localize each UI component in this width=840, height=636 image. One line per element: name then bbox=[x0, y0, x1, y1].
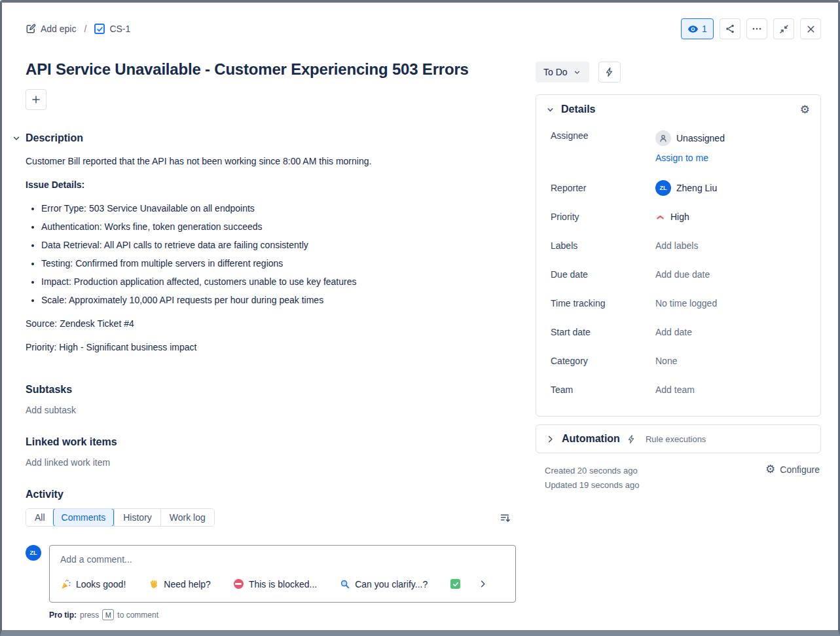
updated-timestamp: Updated 19 seconds ago bbox=[545, 478, 640, 493]
due-date-value[interactable]: Add due date bbox=[655, 269, 710, 280]
linked-items-section: Linked work items Add linked work item bbox=[26, 436, 516, 468]
details-fields: Assignee Unassigned bbox=[536, 122, 820, 416]
description-heading: Description bbox=[26, 132, 83, 144]
quick-reply-label: Can you clarify...? bbox=[355, 579, 428, 589]
add-subtask-field[interactable]: Add subtask bbox=[26, 405, 516, 415]
avatar: ZL bbox=[26, 545, 41, 561]
field-label: Category bbox=[551, 356, 655, 366]
field-category: Category None bbox=[551, 346, 810, 375]
list-item: Impact: Production application affected,… bbox=[41, 275, 516, 288]
status-dropdown[interactable]: To Do bbox=[536, 62, 589, 83]
issue-key-button[interactable]: CS-1 bbox=[94, 24, 130, 34]
rule-executions-label: Rule executions bbox=[646, 434, 706, 444]
field-assignee: Assignee Unassigned bbox=[551, 125, 810, 174]
task-type-icon bbox=[94, 24, 105, 34]
sort-order-button[interactable] bbox=[497, 510, 513, 526]
lightning-icon bbox=[627, 434, 636, 444]
assignee-value[interactable]: Unassigned bbox=[655, 130, 725, 146]
status-label: To Do bbox=[543, 67, 568, 77]
reporter-value[interactable]: ZL Zheng Liu bbox=[655, 180, 717, 196]
chevron-right-icon bbox=[478, 579, 488, 589]
collapse-button[interactable] bbox=[773, 18, 794, 39]
subtasks-heading: Subtasks bbox=[26, 384, 516, 396]
comment-composer: ZL Add a comment... bbox=[26, 545, 516, 603]
pro-tip: Pro tip: press M to comment bbox=[49, 609, 516, 636]
party-popper-icon bbox=[60, 578, 71, 589]
chevron-down-icon bbox=[11, 133, 22, 143]
pro-tip-suffix: to comment bbox=[117, 610, 158, 620]
details-heading: Details bbox=[561, 103, 595, 115]
quick-reply-label: Looks good! bbox=[76, 579, 126, 589]
add-content-button[interactable] bbox=[26, 89, 46, 110]
automation-panel[interactable]: Automation Rule executions bbox=[536, 424, 821, 453]
tab-comments[interactable]: Comments bbox=[53, 508, 115, 527]
tab-history[interactable]: History bbox=[114, 509, 160, 526]
pro-tip-prefix: Pro tip: bbox=[49, 610, 77, 620]
close-button[interactable] bbox=[800, 18, 821, 39]
team-value[interactable]: Add team bbox=[655, 384, 695, 395]
share-button[interactable] bbox=[720, 18, 740, 39]
gear-icon: ⚙ bbox=[765, 464, 775, 475]
activity-section: Activity All Comments History Work log bbox=[26, 489, 516, 636]
quick-reply-clarify[interactable]: Can you clarify...? bbox=[339, 578, 428, 589]
field-due-date: Due date Add due date bbox=[551, 260, 810, 289]
field-start-date: Start date Add date bbox=[551, 318, 810, 346]
quick-replies: Looks good! bbox=[60, 578, 505, 590]
quick-replies-next-button[interactable] bbox=[477, 578, 489, 590]
automation-heading: Automation bbox=[562, 433, 620, 445]
category-value[interactable]: None bbox=[655, 356, 677, 366]
subtasks-section: Subtasks Add subtask bbox=[26, 384, 516, 415]
quick-reply-need-help[interactable]: Need help? bbox=[148, 578, 211, 589]
tab-all[interactable]: All bbox=[26, 509, 54, 526]
add-linked-item-field[interactable]: Add linked work item bbox=[26, 457, 516, 468]
sort-icon bbox=[500, 512, 511, 523]
source-line: Source: Zendesk Ticket #4 bbox=[26, 317, 516, 330]
priority-value[interactable]: High bbox=[655, 212, 689, 222]
issue-modal: Add epic / CS-1 bbox=[0, 0, 840, 636]
add-epic-button[interactable]: Add epic bbox=[26, 24, 76, 34]
comment-input[interactable]: Add a comment... bbox=[49, 545, 516, 603]
configure-label: Configure bbox=[780, 464, 820, 475]
watch-count: 1 bbox=[702, 24, 707, 34]
person-icon bbox=[655, 130, 671, 146]
field-labels: Labels Add labels bbox=[551, 231, 810, 260]
priority-high-icon bbox=[655, 212, 665, 222]
list-item: Error Type: 503 Service Unavailable on a… bbox=[41, 202, 516, 215]
labels-value[interactable]: Add labels bbox=[655, 240, 698, 251]
assign-to-me-link[interactable]: Assign to me bbox=[655, 153, 725, 163]
more-options-button[interactable] bbox=[746, 18, 767, 39]
magnifier-icon bbox=[339, 578, 350, 589]
quick-reply-label: This is blocked... bbox=[249, 579, 317, 589]
header-actions: 1 bbox=[681, 18, 821, 39]
activity-heading: Activity bbox=[26, 489, 516, 500]
breadcrumb-separator: / bbox=[82, 24, 88, 34]
start-date-value[interactable]: Add date bbox=[655, 327, 692, 337]
configure-button[interactable]: ⚙ Configure bbox=[765, 464, 820, 475]
automation-shortcut-button[interactable] bbox=[598, 62, 621, 83]
assignee-name: Unassigned bbox=[676, 133, 725, 143]
description-header[interactable]: Description bbox=[11, 132, 516, 144]
field-reporter: Reporter ZL Zheng Liu bbox=[551, 174, 810, 202]
no-entry-icon bbox=[233, 578, 244, 589]
status-row: To Do bbox=[536, 62, 821, 83]
watch-button[interactable]: 1 bbox=[681, 18, 714, 39]
page-title[interactable]: API Service Unavailable - Customer Exper… bbox=[26, 60, 516, 79]
issue-details-list: Error Type: 503 Service Unavailable on a… bbox=[26, 202, 516, 307]
priority-line: Priority: High - Significant business im… bbox=[26, 341, 516, 354]
details-settings-gear-icon[interactable]: ⚙ bbox=[800, 104, 810, 115]
check-mark-icon bbox=[450, 578, 461, 589]
keyboard-key-m: M bbox=[102, 609, 114, 620]
add-epic-label: Add epic bbox=[41, 24, 76, 34]
waving-hand-icon bbox=[148, 578, 159, 589]
field-label: Team bbox=[551, 384, 655, 395]
quick-reply-done[interactable] bbox=[450, 578, 461, 589]
quick-reply-label: Need help? bbox=[164, 579, 211, 589]
tab-worklog[interactable]: Work log bbox=[160, 509, 214, 526]
plus-icon bbox=[31, 94, 41, 105]
quick-reply-looks-good[interactable]: Looks good! bbox=[60, 578, 126, 589]
details-panel-header[interactable]: Details ⚙ bbox=[536, 95, 820, 122]
time-tracking-value[interactable]: No time logged bbox=[655, 298, 717, 309]
description-body[interactable]: Customer Bill reported that the API has … bbox=[26, 155, 516, 354]
field-priority: Priority High bbox=[551, 202, 810, 231]
quick-reply-blocked[interactable]: This is blocked... bbox=[233, 578, 317, 589]
